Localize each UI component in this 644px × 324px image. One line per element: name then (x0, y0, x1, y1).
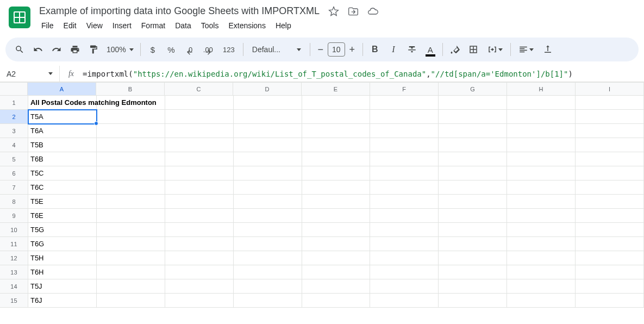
text-color-button[interactable]: A (422, 41, 439, 58)
cell-H6[interactable] (507, 166, 576, 180)
cell-I10[interactable] (576, 223, 644, 237)
cell-I4[interactable] (576, 138, 644, 152)
row-header-15[interactable]: 15 (0, 294, 28, 308)
redo-button[interactable] (48, 41, 65, 58)
cell-D15[interactable] (234, 294, 302, 308)
cell-H2[interactable] (507, 110, 576, 124)
row-header-11[interactable]: 11 (0, 237, 28, 251)
menu-view[interactable]: View (82, 19, 107, 32)
cell-F3[interactable] (370, 124, 439, 138)
increase-decimal-button[interactable]: .00 (199, 41, 217, 58)
percent-button[interactable]: % (162, 41, 180, 58)
row-header-1[interactable]: 1 (0, 96, 28, 110)
row-header-2[interactable]: 2 (0, 110, 28, 124)
cell-B3[interactable] (97, 124, 165, 138)
cell-G15[interactable] (439, 294, 507, 308)
cell-D9[interactable] (234, 209, 302, 223)
cell-G1[interactable] (439, 96, 507, 110)
column-header-C[interactable]: C (165, 83, 233, 96)
cell-A12[interactable]: T5H (28, 251, 97, 265)
increase-font-size-button[interactable]: + (345, 42, 359, 57)
cell-G11[interactable] (439, 237, 507, 251)
cell-D14[interactable] (234, 279, 302, 294)
cell-A4[interactable]: T5B (28, 138, 97, 152)
cell-G13[interactable] (439, 265, 507, 279)
column-header-B[interactable]: B (96, 83, 165, 96)
cell-H4[interactable] (507, 138, 576, 152)
cell-B5[interactable] (97, 152, 165, 166)
cell-H12[interactable] (507, 251, 576, 265)
cell-A13[interactable]: T6H (28, 265, 97, 279)
cell-I14[interactable] (576, 279, 644, 294)
cell-I3[interactable] (576, 124, 644, 138)
cell-G7[interactable] (439, 180, 507, 195)
cell-F2[interactable] (370, 110, 439, 124)
cell-D2[interactable] (234, 110, 302, 124)
cell-G4[interactable] (439, 138, 507, 152)
menu-tools[interactable]: Tools (197, 19, 223, 32)
cell-C4[interactable] (165, 138, 234, 152)
cell-G5[interactable] (439, 152, 507, 166)
document-title[interactable]: Example of importing data into Google Sh… (37, 4, 322, 18)
cell-F7[interactable] (370, 180, 439, 195)
menu-help[interactable]: Help (271, 19, 296, 32)
cell-C14[interactable] (165, 279, 234, 294)
row-header-13[interactable]: 13 (0, 265, 28, 279)
cell-A2[interactable]: T5A (28, 110, 97, 124)
menu-file[interactable]: File (37, 19, 58, 32)
cell-H7[interactable] (507, 180, 576, 195)
cell-F10[interactable] (370, 223, 439, 237)
cell-B7[interactable] (97, 180, 165, 195)
undo-button[interactable] (29, 41, 47, 58)
row-header-12[interactable]: 12 (0, 251, 28, 265)
cell-B10[interactable] (97, 223, 165, 237)
cell-D4[interactable] (234, 138, 302, 152)
cell-D3[interactable] (234, 124, 302, 138)
cell-C3[interactable] (165, 124, 234, 138)
horizontal-align-button[interactable] (514, 41, 538, 58)
row-header-5[interactable]: 5 (0, 152, 28, 166)
row-header-4[interactable]: 4 (0, 138, 28, 152)
cell-E1[interactable] (302, 96, 371, 110)
name-box[interactable]: A2 (0, 66, 60, 82)
cell-D5[interactable] (234, 152, 302, 166)
strikethrough-button[interactable] (403, 41, 421, 58)
cell-B6[interactable] (97, 166, 165, 180)
cell-B11[interactable] (97, 237, 165, 251)
search-button[interactable] (11, 41, 28, 58)
cell-A15[interactable]: T6J (28, 294, 97, 308)
fill-color-button[interactable] (446, 41, 464, 58)
cell-C11[interactable] (165, 237, 234, 251)
cell-A8[interactable]: T5E (28, 195, 97, 209)
cell-D1[interactable] (234, 96, 302, 110)
font-size-input[interactable] (328, 42, 345, 57)
cell-B14[interactable] (97, 279, 165, 294)
cell-C2[interactable] (165, 110, 234, 124)
row-header-7[interactable]: 7 (0, 180, 28, 195)
cloud-status-icon[interactable] (367, 6, 378, 17)
cell-I6[interactable] (576, 166, 644, 180)
cell-I5[interactable] (576, 152, 644, 166)
row-header-6[interactable]: 6 (0, 166, 28, 180)
paint-format-button[interactable] (85, 41, 102, 58)
cell-F8[interactable] (370, 195, 439, 209)
cell-H1[interactable] (507, 96, 576, 110)
decrease-font-size-button[interactable]: − (314, 42, 328, 57)
cell-E8[interactable] (302, 195, 371, 209)
cell-B1[interactable] (97, 96, 165, 110)
cell-A6[interactable]: T5C (28, 166, 97, 180)
cell-G6[interactable] (439, 166, 507, 180)
row-header-9[interactable]: 9 (0, 209, 28, 223)
row-header-8[interactable]: 8 (0, 195, 28, 209)
cell-F9[interactable] (370, 209, 439, 223)
cell-E12[interactable] (302, 251, 371, 265)
menu-extensions[interactable]: Extensions (224, 19, 270, 32)
cell-A11[interactable]: T6G (28, 237, 97, 251)
sheets-logo[interactable] (9, 7, 30, 28)
cell-A5[interactable]: T6B (28, 152, 97, 166)
select-all-corner[interactable] (0, 83, 28, 96)
star-icon[interactable] (328, 6, 339, 17)
formula-input[interactable]: =importxml("https://en.wikipedia.org/wik… (83, 66, 644, 82)
row-header-14[interactable]: 14 (0, 279, 28, 294)
cell-F5[interactable] (370, 152, 439, 166)
